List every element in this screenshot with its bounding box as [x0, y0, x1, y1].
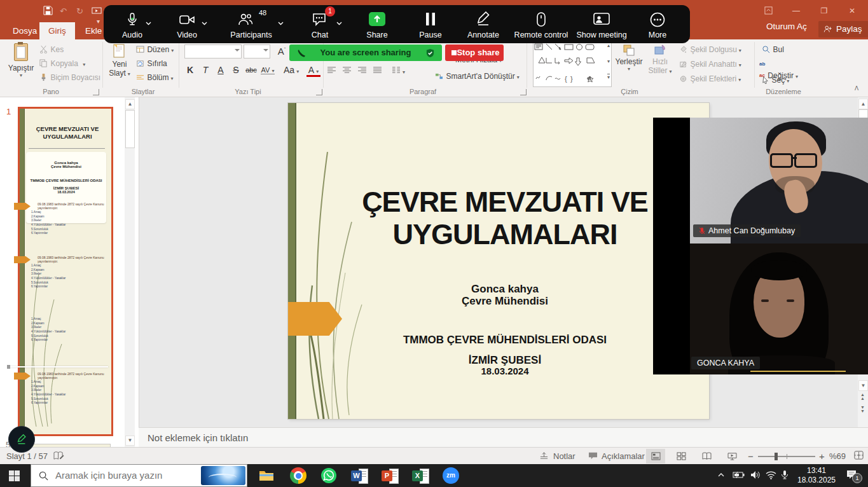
thumbnail-scrollbar-thumb[interactable]	[125, 110, 135, 148]
arrange-button[interactable]: Yerleştir ▾	[614, 43, 644, 72]
thumbnail-scrollbar[interactable]: ▲ ▼	[125, 97, 135, 447]
slide-author[interactable]: Gonca kahya	[313, 283, 696, 296]
zoom-app-icon[interactable]: zm	[443, 467, 459, 484]
collapse-ribbon-icon[interactable]: ᐱ	[855, 85, 858, 92]
volume-icon[interactable]	[750, 470, 761, 479]
shape-gallery-down-icon[interactable]: ▾	[607, 58, 610, 64]
close-button[interactable]: ✕	[838, 3, 866, 19]
zoom-remote-control-button[interactable]: Remote control	[506, 5, 576, 43]
quick-styles-button[interactable]: Hızlı Stiller	[646, 43, 674, 75]
align-center-button[interactable]	[342, 66, 352, 74]
zoom-annotation-fab[interactable]	[8, 426, 35, 453]
notes-pane[interactable]: Not eklemek için tıklatın	[139, 427, 868, 448]
cut-button[interactable]: Kes	[39, 43, 64, 55]
italic-button[interactable]: T	[198, 65, 212, 75]
slide-branch[interactable]: İZMİR ŞUBESİ	[313, 354, 696, 367]
zoom-chat-button[interactable]: 1 Chat	[292, 5, 348, 43]
search-highlight-image[interactable]	[201, 466, 245, 485]
font-color-button[interactable]: A	[307, 65, 320, 77]
previous-slide-button[interactable]: ▲▲	[858, 393, 867, 401]
subscript-button[interactable]: abc	[244, 66, 258, 74]
align-left-button[interactable]	[327, 66, 336, 74]
notes-toggle-icon[interactable]	[539, 451, 549, 460]
shape-outline-button[interactable]: Şekil Anahattı	[679, 58, 741, 69]
powerpoint-icon[interactable]: P	[382, 467, 398, 484]
fit-to-window-icon[interactable]	[853, 450, 864, 460]
next-slide-button[interactable]: ▼▼	[858, 406, 867, 413]
grow-font-button[interactable]: Aˆ	[275, 46, 289, 57]
align-right-button[interactable]	[357, 66, 367, 74]
sign-in-link[interactable]: Oturum Aç	[766, 22, 807, 31]
zoom-video-panel[interactable]: Ahmet Can Doğumlubay GONCA KAHYA	[653, 118, 868, 374]
chrome-icon[interactable]	[290, 467, 307, 484]
font-dialog-launcher[interactable]	[316, 89, 322, 95]
format-painter-button[interactable]: Biçim Boyacısı	[39, 71, 100, 83]
video-tile-participant-2[interactable]: GONCA KAHYA	[690, 244, 868, 374]
thumbnail-scroll-up-icon[interactable]: ▲	[125, 99, 135, 109]
action-center-icon[interactable]: 1	[846, 469, 858, 481]
slide-title[interactable]: ÇEVRE MEVZUATI VE UYGULAMALARI	[313, 186, 696, 251]
section-button[interactable]: Bölüm	[136, 71, 173, 83]
notes-placeholder[interactable]: Not eklemek için tıklatın	[148, 432, 248, 443]
tray-mic-icon[interactable]	[781, 470, 789, 480]
wifi-icon[interactable]	[766, 471, 776, 479]
tray-chevron-icon[interactable]	[717, 471, 725, 479]
bold-button[interactable]: K	[183, 65, 197, 75]
battery-icon[interactable]	[733, 471, 745, 479]
excel-icon[interactable]: X	[412, 467, 429, 484]
taskbar-search-box[interactable]	[31, 464, 247, 487]
clipboard-dialog-launcher[interactable]	[93, 89, 99, 95]
zoom-share-button[interactable]: Share	[348, 5, 406, 43]
slide-org[interactable]: TMMOB ÇEVRE MÜHENDİSLERİ ODASI	[313, 334, 696, 346]
select-button[interactable]: Seç	[762, 74, 789, 85]
share-presentation-button[interactable]: Paylaş	[818, 21, 868, 38]
slide-canvas[interactable]: ÇEVRE MEVZUATI VE UYGULAMALARI Gonca kah…	[288, 103, 709, 419]
ribbon-display-button[interactable]	[754, 3, 782, 19]
view-slideshow-button[interactable]	[722, 449, 741, 463]
shape-fill-button[interactable]: Şekil Dolgusu	[679, 43, 741, 55]
zoom-annotate-button[interactable]: Annotate	[455, 5, 512, 43]
zoom-more-button[interactable]: More	[635, 5, 680, 43]
restore-button[interactable]: ❐	[810, 3, 838, 19]
shape-gallery-up-icon[interactable]: ▴	[607, 43, 610, 48]
zoom-video-button[interactable]: Video	[158, 5, 216, 43]
reset-button[interactable]: Sıfırla	[136, 57, 167, 69]
zoom-pause-button[interactable]: Pause	[402, 5, 459, 43]
shape-effects-button[interactable]: Şekil Efektleri	[679, 72, 741, 84]
start-slideshow-icon[interactable]	[92, 7, 102, 15]
comments-toggle-icon[interactable]	[588, 451, 598, 460]
columns-button[interactable]	[392, 65, 405, 76]
view-normal-button[interactable]	[646, 449, 665, 463]
notes-toggle-label[interactable]: Notlar	[553, 451, 575, 461]
justify-button[interactable]	[373, 66, 382, 74]
participants-caret-icon[interactable]	[278, 15, 284, 25]
smartart-button[interactable]: SmartArt'a Dönüştür	[435, 70, 520, 81]
slide-author-role[interactable]: Çevre Mühendisi	[313, 295, 696, 308]
video-caret-icon[interactable]	[202, 15, 207, 25]
chat-caret-icon[interactable]	[336, 15, 342, 25]
redo-icon[interactable]: ↻	[76, 6, 83, 16]
minimize-button[interactable]: —	[782, 3, 810, 19]
save-icon[interactable]	[43, 6, 53, 15]
view-slide-sorter-button[interactable]	[672, 449, 691, 463]
zoom-in-button[interactable]: +	[819, 451, 825, 462]
comments-toggle-label[interactable]: Açıklamalar	[602, 451, 645, 461]
zoom-audio-button[interactable]: Audio	[104, 5, 161, 43]
strikethrough-button[interactable]: S	[229, 65, 243, 75]
spell-check-icon[interactable]	[53, 451, 64, 461]
thumbnail-scroll-down-icon[interactable]: ▼	[125, 436, 135, 446]
search-input[interactable]	[54, 469, 190, 481]
copy-button[interactable]: Kopyala	[39, 57, 85, 69]
view-reading-button[interactable]	[697, 449, 716, 463]
slide-date[interactable]: 18.03.2024	[313, 366, 696, 376]
font-name-combobox[interactable]	[184, 45, 242, 58]
change-case-button[interactable]: Aa	[284, 65, 298, 75]
word-icon[interactable]: W	[351, 467, 368, 484]
zoom-level[interactable]: %69	[829, 451, 846, 461]
video-tile-participant-1[interactable]: Ahmet Can Doğumlubay	[690, 118, 868, 244]
layout-button[interactable]: Düzen	[136, 43, 174, 55]
zoom-show-meeting-button[interactable]: Show meeting	[567, 5, 637, 43]
scroll-down-icon[interactable]: ▼	[858, 380, 868, 391]
underline-button[interactable]: A	[214, 65, 228, 75]
shape-gallery[interactable]: {} ▴ ▾ ▾	[533, 41, 612, 87]
